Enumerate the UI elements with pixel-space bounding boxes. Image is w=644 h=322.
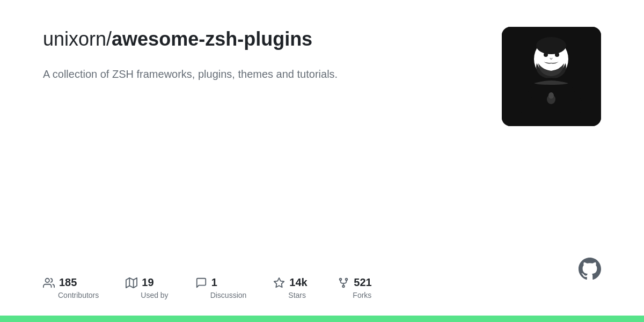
svg-point-15 (555, 53, 559, 57)
stat-used-by-top: 19 (126, 276, 153, 289)
used-by-label: Used by (141, 291, 168, 299)
star-icon (273, 276, 285, 289)
svg-point-13 (536, 37, 566, 54)
stat-contributors-top: 185 (43, 276, 77, 289)
fork-icon (338, 276, 349, 289)
used-by-count: 19 (142, 276, 153, 289)
page-container: unixorn/awesome-zsh-plugins A collection… (0, 0, 644, 322)
discussion-label: Discussion (210, 291, 247, 299)
forks-count: 521 (354, 276, 371, 289)
repo-owner: unixorn/ (43, 28, 112, 50)
svg-point-14 (544, 53, 548, 57)
svg-point-0 (46, 279, 49, 282)
stats-row: 185 Contributors 19 (43, 276, 470, 299)
main-content: unixorn/awesome-zsh-plugins A collection… (0, 0, 644, 316)
left-section: unixorn/awesome-zsh-plugins A collection… (43, 27, 502, 299)
svg-marker-1 (126, 278, 137, 288)
repo-description: A collection of ZSH frameworks, plugins,… (43, 66, 354, 82)
bottom-bar (0, 316, 644, 322)
stat-forks[interactable]: 521 Forks (338, 276, 375, 299)
people-icon (43, 276, 55, 289)
package-icon (126, 276, 137, 289)
svg-marker-4 (274, 278, 284, 287)
stars-count: 14k (289, 276, 307, 289)
forks-label: Forks (353, 291, 371, 299)
stat-forks-top: 521 (338, 276, 371, 289)
discussion-count: 1 (211, 276, 217, 289)
avatar-illustration (502, 27, 601, 126)
stat-stars[interactable]: 14k Stars (273, 276, 311, 299)
stars-label: Stars (288, 291, 306, 299)
stat-discussion[interactable]: 1 Discussion (195, 276, 247, 299)
contributors-count: 185 (59, 276, 77, 289)
comment-icon (195, 276, 207, 289)
stat-used-by[interactable]: 19 Used by (126, 276, 168, 299)
stat-contributors[interactable]: 185 Contributors (43, 276, 99, 299)
stat-discussion-top: 1 (195, 276, 217, 289)
svg-point-17 (548, 92, 554, 99)
github-icon (579, 258, 601, 283)
avatar (502, 27, 601, 126)
repo-name: awesome-zsh-plugins (112, 28, 312, 50)
stat-stars-top: 14k (273, 276, 307, 289)
contributors-label: Contributors (58, 291, 99, 299)
repo-title: unixorn/awesome-zsh-plugins (43, 27, 470, 51)
